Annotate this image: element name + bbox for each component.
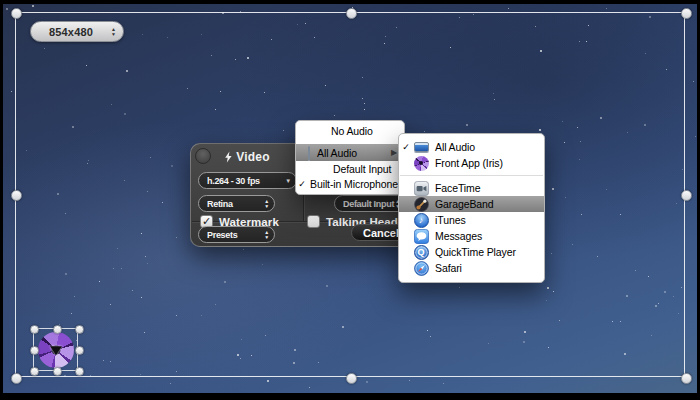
iris-app-icon	[413, 155, 429, 171]
capture-size-control[interactable]: 854x480 ▲ ▼	[30, 21, 124, 42]
watermark-selection-box[interactable]	[33, 328, 78, 371]
icon-handle-sw[interactable]	[30, 367, 39, 376]
resolution-popup[interactable]: Retina ▲ ▼	[198, 195, 275, 212]
codec-popup[interactable]: h.264 - 30 fps ▼	[198, 172, 297, 189]
audio-input-popup[interactable]: Default Input ▲ ▼	[334, 195, 406, 212]
submenu-item-label: Front App (Iris)	[435, 157, 503, 169]
itunes-icon: ♪	[413, 212, 429, 228]
presets-value: Presets	[207, 230, 264, 240]
selection-handle-nw[interactable]	[11, 8, 22, 19]
stepper-down-icon: ▼	[264, 204, 269, 209]
icon-handle-n[interactable]	[53, 325, 62, 334]
garageband-icon	[413, 196, 429, 212]
capture-size-value: 854x480	[31, 26, 111, 38]
screen-recorder-ui: 854x480 ▲ ▼ Video h.264 - 30 fps ▼ Retin…	[0, 0, 700, 400]
menu-item-default-input[interactable]: Default Input	[296, 161, 404, 176]
submenu-item-label: iTunes	[435, 214, 466, 226]
icon-handle-s[interactable]	[53, 367, 62, 376]
messages-icon	[413, 228, 429, 244]
talking-head-checkbox[interactable]	[307, 215, 320, 228]
submenu-item-safari[interactable]: Safari	[399, 260, 544, 276]
icon-handle-e[interactable]	[75, 346, 84, 355]
submenu-item-label: FaceTime	[435, 182, 481, 194]
panel-title-label: Video	[236, 150, 269, 164]
play-triangle-icon	[50, 346, 62, 355]
selection-handle-ne[interactable]	[681, 8, 692, 19]
display-icon	[413, 139, 429, 155]
presets-popup[interactable]: Presets ▲ ▼	[198, 226, 275, 243]
menu-item-label: Default Input	[333, 163, 391, 175]
panel-title: Video	[197, 150, 297, 164]
stepper-down-icon: ▼	[111, 32, 116, 37]
submenu-item-all-audio[interactable]: ✓ All Audio	[399, 139, 544, 155]
submenu-item-label: GarageBand	[435, 198, 494, 210]
selection-handle-sw[interactable]	[11, 373, 22, 384]
facetime-icon	[413, 180, 429, 196]
quicktime-icon: Q	[413, 244, 429, 260]
submenu-item-garageband[interactable]: GarageBand	[399, 196, 544, 212]
stepper-icon: ▲ ▼	[264, 230, 269, 239]
submenu-item-label: Messages	[435, 230, 482, 242]
audio-input-value: Default Input	[343, 199, 395, 209]
icon-handle-se[interactable]	[75, 367, 84, 376]
lightning-icon	[224, 151, 232, 163]
dropdown-arrow-icon: ▼	[285, 178, 291, 184]
selection-handle-s[interactable]	[346, 373, 357, 384]
submenu-item-quicktime[interactable]: Q QuickTime Player	[399, 244, 544, 260]
safari-icon	[413, 260, 429, 276]
stepper-icon: ▲ ▼	[264, 199, 269, 208]
menu-item-all-audio[interactable]: All Audio ▶	[296, 144, 404, 161]
menu-item-label: All Audio	[317, 147, 357, 159]
selection-handle-n[interactable]	[346, 8, 357, 19]
selection-handle-w[interactable]	[11, 190, 22, 201]
submenu-item-itunes[interactable]: ♪ iTunes	[399, 212, 544, 228]
music-note-glyph: ♪	[419, 215, 423, 225]
size-stepper[interactable]: ▲ ▼	[111, 27, 116, 36]
audio-source-menu: No Audio All Audio ▶ Default Input ✓ Bui…	[295, 120, 405, 195]
submenu-arrow-icon: ▶	[391, 148, 397, 157]
stepper-down-icon: ▼	[264, 235, 269, 240]
submenu-item-label: All Audio	[435, 141, 475, 153]
submenu-item-front-app[interactable]: Front App (Iris)	[399, 155, 544, 171]
codec-value: h.264 - 30 fps	[207, 176, 285, 186]
menu-separator	[400, 175, 543, 176]
display-icon	[308, 147, 310, 159]
submenu-item-label: QuickTime Player	[435, 246, 516, 258]
icon-handle-ne[interactable]	[75, 325, 84, 334]
cancel-label: Cancel	[363, 227, 399, 239]
menu-item-label: Built-in Microphone	[310, 178, 398, 190]
checkmark-icon: ✓	[399, 142, 413, 152]
quicktime-q-glyph: Q	[418, 247, 425, 257]
submenu-item-label: Safari	[435, 262, 462, 274]
selection-handle-se[interactable]	[681, 373, 692, 384]
menu-item-no-audio[interactable]: No Audio	[296, 123, 404, 139]
checkmark-icon: ✓	[296, 179, 308, 189]
menu-item-builtin-mic[interactable]: ✓ Built-in Microphone	[296, 176, 404, 192]
submenu-item-facetime[interactable]: FaceTime	[399, 180, 544, 196]
menu-item-label: No Audio	[331, 125, 373, 137]
selection-handle-e[interactable]	[681, 190, 692, 201]
all-audio-submenu: ✓ All Audio Front App (Iris) FaceTime	[398, 133, 545, 283]
resolution-value: Retina	[207, 199, 264, 209]
icon-handle-nw[interactable]	[30, 325, 39, 334]
icon-handle-w[interactable]	[30, 346, 39, 355]
submenu-item-messages[interactable]: Messages	[399, 228, 544, 244]
